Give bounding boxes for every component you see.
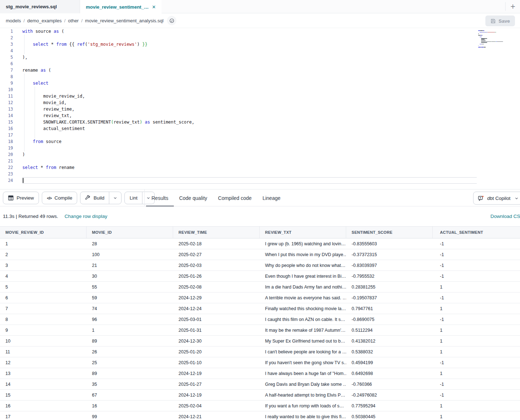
table-row: 8962025-03-01I caught this film on AZN o…: [0, 314, 520, 325]
minimap-gap: [478, 42, 481, 43]
change-row-display-link[interactable]: Change row display: [65, 214, 107, 219]
cell-sentiment_score: 0.77595294: [346, 401, 433, 411]
sql-editor[interactable]: 1with source as (23 select * from {{ ref…: [0, 28, 520, 189]
line-number: 24: [0, 177, 13, 184]
cell-review_txt: Even though I have great interest in Bi…: [260, 271, 346, 281]
review-text: It may be the remake of 1987 Autumn'…: [265, 328, 345, 333]
tab-compiled-code[interactable]: Compiled code: [213, 189, 257, 206]
cell-review_txt: A terrible movie as everyone has said. …: [260, 292, 346, 303]
cell-review_txt: It may be the remake of 1987 Autumn'…: [260, 325, 346, 335]
breadcrumb: models/demo_examples/other/movie_review_…: [6, 13, 176, 28]
cell-actual_sentiment: -1: [433, 238, 520, 249]
save-button[interactable]: Save: [485, 15, 515, 26]
cell-sentiment_score: -0.8690075: [346, 314, 433, 325]
table-row: 12252025-01-10If you haven't seen the go…: [0, 357, 520, 368]
tab-stg-movie-reviews[interactable]: stg_movie_reviews.sql: [0, 0, 80, 13]
line-number: 18: [0, 138, 13, 145]
tab-lineage[interactable]: Lineage: [257, 189, 286, 206]
text-cursor: [23, 178, 23, 183]
query-summary: 11.3s | Returned 49 rows.: [3, 214, 58, 219]
indent-guide: [24, 35, 25, 54]
review-text: I can't believe people are looking for a…: [265, 349, 346, 354]
close-icon[interactable]: ✕: [152, 4, 156, 10]
cell-actual_sentiment: -1: [433, 379, 520, 389]
line-number: 1: [0, 28, 13, 35]
cell-sentiment_score: -0.19507837: [346, 292, 433, 303]
code-token: movie_id,: [22, 100, 67, 105]
cell-movie_review_id: 9: [0, 325, 87, 335]
cell-movie_review_id: 8: [0, 314, 87, 325]
cell-review_time: 2025-02-04: [173, 401, 260, 411]
chevron-down-icon: [113, 196, 117, 200]
cell-review_time: 2025-03-01: [173, 314, 260, 325]
cell-review_txt: I grew up (b. 1965) watching and lovin…: [260, 238, 346, 249]
code-line: 8: [0, 73, 520, 80]
cell-actual_sentiment: -1: [433, 292, 520, 303]
code-token: from: [56, 42, 69, 47]
lint-button[interactable]: Lint: [125, 192, 142, 204]
minimap-bar: [478, 35, 481, 36]
cell-movie_review_id: 4: [0, 271, 87, 281]
cell-review_time: 2025-02-27: [173, 249, 260, 260]
plus-icon[interactable]: +: [511, 3, 515, 11]
code-token: ref: [77, 42, 85, 47]
table-row: 16162025-02-04If you want a fun romp wit…: [0, 401, 520, 411]
cell-movie_review_id: 17: [0, 411, 87, 420]
code-token: as: [145, 120, 153, 125]
minimap-bar: [481, 40, 486, 41]
cell-sentiment_score: -0.83555603: [346, 238, 433, 249]
minimap-gap: [478, 39, 481, 40]
column-header-review_txt: REVIEW_TXT: [260, 227, 346, 238]
cell-review_txt: Why do people who do not know what…: [260, 260, 346, 271]
code-line: 9 select: [0, 80, 520, 86]
cell-movie_id: 21: [87, 260, 173, 271]
cell-movie_id: 16: [87, 401, 173, 411]
review-text: Greg Davis and Bryan Daly take some …: [265, 382, 346, 387]
line-number: 22: [0, 164, 13, 171]
tab-label: movie_review_sentiment_…: [86, 4, 149, 10]
divider: [505, 2, 506, 11]
cell-review_time: 2024-12-29: [173, 292, 260, 303]
minimap-bar: [480, 32, 482, 33]
cell-review_txt: If you want a fun romp with loads of s…: [260, 401, 346, 411]
minimap-bar: [481, 39, 484, 40]
compile-button[interactable]: </> Compile: [42, 192, 77, 204]
cell-movie_review_id: 12: [0, 357, 87, 368]
cell-sentiment_score: -0.24976082: [346, 390, 433, 400]
review-text: I really wanted to be able to give this …: [265, 414, 346, 419]
code-line: 15 SNOWFLAKE.CORTEX.SENTIMENT(review_txt…: [0, 119, 520, 125]
cell-movie_review_id: 15: [0, 390, 87, 400]
cell-sentiment_score: 0.50380445: [346, 411, 433, 420]
code-line: 12 movie_id,: [0, 99, 520, 106]
code-token: from: [33, 139, 46, 144]
code-token: movie_review_id,: [22, 94, 85, 99]
breadcrumb-item: other: [68, 18, 79, 23]
table-row: 3212025-02-03Why do people who do not kn…: [0, 260, 520, 271]
table-row: 11262025-01-20I can't believe people are…: [0, 347, 520, 357]
code-token: source: [35, 29, 54, 34]
build-dropdown[interactable]: [109, 192, 121, 204]
results-tabs: ResultsCode qualityCompiled codeLineage: [146, 189, 286, 206]
code-token: (: [61, 29, 64, 34]
download-csv-link[interactable]: Download CSV: [490, 214, 520, 219]
code-line: 21: [0, 158, 520, 164]
breadcrumb-item: models: [6, 18, 21, 23]
build-button[interactable]: Build: [80, 192, 109, 204]
minimap[interactable]: [478, 30, 505, 49]
preview-button[interactable]: Preview: [3, 192, 39, 204]
cell-movie_id: 96: [87, 314, 173, 325]
code-token: ): [140, 120, 145, 125]
line-number: 15: [0, 119, 13, 125]
dbt-copilot-button[interactable]: dbt Copilot: [473, 192, 520, 205]
edit-file-pill[interactable]: [167, 16, 176, 25]
minimap-bar: [478, 47, 481, 48]
table-row: 13892024-12-19I have always been a huge …: [0, 368, 520, 379]
tab-movie-review-sentiment-analysis[interactable]: movie_review_sentiment_… ✕: [80, 0, 162, 14]
copilot-icon: [478, 195, 484, 201]
tab-code-quality[interactable]: Code quality: [174, 189, 213, 206]
indent-guide: [35, 86, 35, 138]
cell-movie_review_id: 1: [0, 238, 87, 249]
line-number: 14: [0, 112, 13, 119]
tab-results[interactable]: Results: [146, 189, 174, 206]
code-token: review_txt: [114, 120, 140, 125]
